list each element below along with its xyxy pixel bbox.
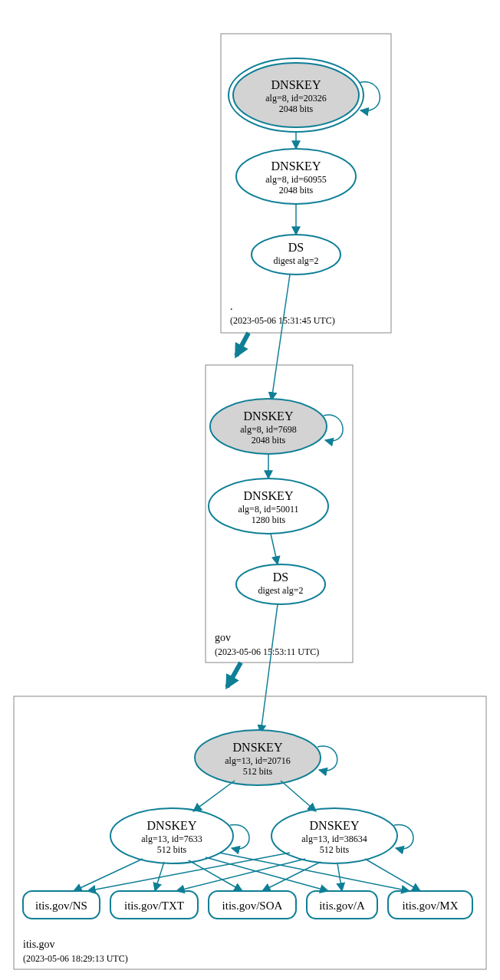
zone-gov: gov (2023-05-06 15:53:11 UTC) DNSKEY alg…: [206, 365, 353, 663]
zone-gov-timestamp: (2023-05-06 15:53:11 UTC): [215, 646, 319, 657]
edge-gov-zsk-to-ds: [271, 534, 278, 564]
rrset-soa: itis.gov/SOA: [209, 891, 296, 919]
svg-text:alg=8, id=20326: alg=8, id=20326: [265, 93, 327, 104]
svg-text:DNSKEY: DNSKEY: [271, 159, 321, 173]
svg-text:itis.gov/A: itis.gov/A: [319, 899, 365, 912]
zone-itis: itis.gov (2023-05-06 18:29:13 UTC) DNSKE…: [14, 696, 486, 969]
svg-text:512 bits: 512 bits: [320, 844, 350, 855]
svg-text:DNSKEY: DNSKEY: [147, 819, 197, 832]
node-gov-ksk: DNSKEY alg=8, id=7698 2048 bits: [210, 399, 327, 454]
svg-text:alg=13, id=38634: alg=13, id=38634: [301, 834, 367, 844]
svg-text:alg=8, id=60955: alg=8, id=60955: [265, 174, 327, 185]
zone-itis-name: itis.gov: [23, 939, 55, 950]
svg-text:alg=13, id=7633: alg=13, id=7633: [141, 834, 202, 844]
edge-zskb-mx: [365, 859, 420, 891]
edge-zskb-txt: [176, 859, 305, 891]
zone-root: . (2023-05-06 15:31:45 UTC) DNSKEY alg=8…: [221, 34, 391, 333]
node-gov-zsk: DNSKEY alg=8, id=50011 1280 bits: [209, 478, 328, 534]
node-gov-ds: DS digest alg=2: [236, 564, 325, 604]
node-itis-zsk-a: DNSKEY alg=13, id=7633 512 bits: [110, 808, 233, 863]
svg-text:itis.gov/MX: itis.gov/MX: [403, 899, 459, 912]
svg-text:1280 bits: 1280 bits: [252, 515, 286, 525]
svg-text:512 bits: 512 bits: [243, 766, 273, 777]
svg-text:2048 bits: 2048 bits: [252, 435, 286, 446]
svg-text:DNSKEY: DNSKEY: [244, 409, 294, 423]
svg-text:DNSKEY: DNSKEY: [271, 78, 321, 91]
svg-text:digest alg=2: digest alg=2: [273, 255, 318, 266]
svg-text:2048 bits: 2048 bits: [279, 185, 314, 196]
node-root-ksk: DNSKEY alg=8, id=20326 2048 bits: [229, 58, 363, 132]
svg-text:DS: DS: [273, 571, 288, 584]
node-itis-ksk: DNSKEY alg=13, id=20716 512 bits: [195, 730, 321, 785]
edge-zone-root-to-gov: [236, 333, 248, 356]
svg-text:2048 bits: 2048 bits: [279, 104, 314, 114]
svg-text:alg=8, id=7698: alg=8, id=7698: [240, 424, 297, 435]
svg-text:alg=13, id=20716: alg=13, id=20716: [225, 755, 291, 766]
zone-root-name: .: [230, 301, 233, 312]
svg-text:DNSKEY: DNSKEY: [310, 819, 360, 832]
svg-text:itis.gov/SOA: itis.gov/SOA: [222, 899, 283, 912]
edge-itis-ksk-to-zsk-a: [193, 781, 235, 811]
zone-gov-name: gov: [215, 632, 231, 643]
edge-root-ds-to-gov-ksk: [271, 275, 290, 400]
rrset-mx: itis.gov/MX: [388, 891, 472, 919]
node-root-zsk: DNSKEY alg=8, id=60955 2048 bits: [236, 149, 356, 204]
node-itis-zsk-b: DNSKEY alg=13, id=38634 512 bits: [271, 808, 397, 863]
node-root-ds: DS digest alg=2: [252, 235, 340, 275]
svg-text:alg=8, id=50011: alg=8, id=50011: [238, 504, 298, 515]
svg-text:512 bits: 512 bits: [157, 844, 187, 855]
svg-text:DNSKEY: DNSKEY: [233, 741, 283, 754]
rrset-txt: itis.gov/TXT: [110, 891, 198, 919]
svg-text:DS: DS: [288, 241, 304, 254]
dnssec-chain-diagram: . (2023-05-06 15:31:45 UTC) DNSKEY alg=8…: [0, 0, 500, 980]
edge-zska-ns: [74, 859, 143, 891]
svg-text:DNSKEY: DNSKEY: [244, 489, 294, 502]
rrset-ns: itis.gov/NS: [23, 891, 100, 919]
edge-itis-ksk-to-zsk-b: [281, 781, 316, 811]
svg-text:itis.gov/NS: itis.gov/NS: [35, 899, 87, 912]
rrset-a: itis.gov/A: [307, 891, 377, 919]
edge-gov-ds-to-itis-ksk: [261, 604, 278, 733]
edge-zone-gov-to-itis: [227, 663, 241, 687]
svg-text:digest alg=2: digest alg=2: [258, 585, 303, 596]
svg-text:itis.gov/TXT: itis.gov/TXT: [124, 899, 184, 912]
zone-itis-timestamp: (2023-05-06 18:29:13 UTC): [23, 953, 128, 964]
